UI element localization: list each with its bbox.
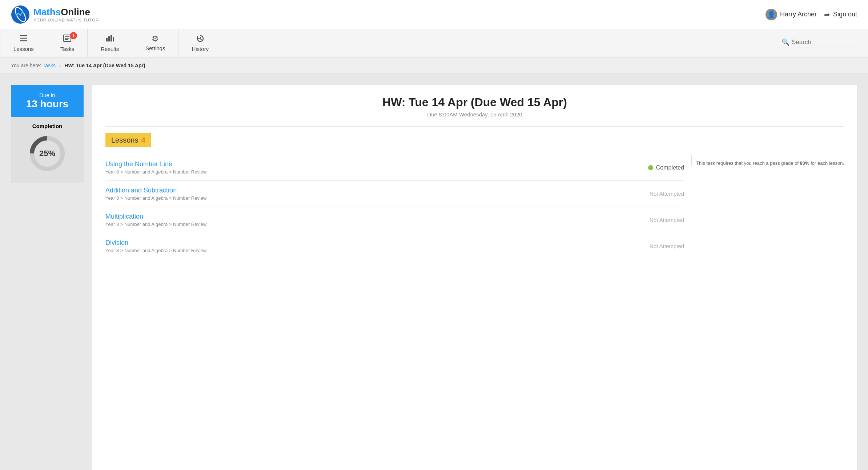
divider — [105, 126, 844, 127]
logo: MathsOnline YOUR ONLINE MATHS TUTOR — [11, 5, 99, 24]
lesson-status: Completed — [648, 164, 684, 171]
due-value: 13 hours — [17, 98, 78, 110]
lessons-label: Lessons — [111, 136, 138, 144]
tab-settings[interactable]: ⚙ Settings — [132, 29, 178, 57]
sidebar: Due in 13 hours Completion 25% — [11, 85, 84, 470]
due-box: Due in 13 hours — [11, 85, 84, 117]
lesson-row: MultiplicationYear 8 > Number and Algebr… — [105, 207, 684, 233]
logo-subtitle: YOUR ONLINE MATHS TUTOR — [33, 18, 99, 22]
tab-lessons-label: Lessons — [13, 46, 34, 52]
search-icon: 🔍 — [781, 38, 789, 46]
donut-chart: 25% — [27, 134, 67, 174]
svg-rect-10 — [108, 36, 110, 41]
lesson-path: Year 8 > Number and Algebra > Number Rev… — [105, 222, 206, 227]
nav-tabs: Lessons 1 Tasks — [0, 29, 222, 57]
completed-dot-icon — [648, 165, 653, 170]
breadcrumb-separator: › — [59, 63, 63, 68]
lesson-status: Not Attempted — [650, 217, 684, 223]
lesson-row: DivisionYear 8 > Number and Algebra > Nu… — [105, 233, 684, 259]
lesson-name[interactable]: Using the Number Line — [105, 160, 206, 168]
user-info: 👤 Harry Archer — [765, 9, 817, 20]
user-avatar-icon: 👤 — [765, 9, 777, 20]
svg-line-14 — [200, 39, 201, 40]
lesson-name[interactable]: Addition and Subtraction — [105, 187, 206, 194]
completion-box: Completion 25% — [11, 117, 84, 183]
status-label: Not Attempted — [650, 191, 684, 197]
lesson-info: Addition and SubtractionYear 8 > Number … — [105, 187, 206, 201]
nav-bar: Lessons 1 Tasks — [0, 29, 868, 57]
breadcrumb-current: HW: Tue 14 Apr (Due Wed 15 Apr) — [64, 63, 145, 68]
svg-rect-11 — [110, 35, 112, 41]
lesson-status: Not Attempted — [650, 191, 684, 197]
lesson-info: MultiplicationYear 8 > Number and Algebr… — [105, 213, 206, 227]
user-name: Harry Archer — [780, 11, 817, 18]
status-label: Not Attempted — [650, 243, 684, 249]
lesson-row: Using the Number LineYear 8 > Number and… — [105, 155, 684, 181]
lessons-with-note: Using the Number LineYear 8 > Number and… — [105, 155, 844, 259]
svg-rect-9 — [106, 38, 108, 41]
settings-icon: ⚙ — [152, 34, 159, 44]
main-content: Due in 13 hours Completion 25% HW: Tue 1… — [0, 74, 868, 470]
tab-tasks[interactable]: 1 Tasks — [47, 29, 88, 57]
breadcrumb: You are here: Tasks › HW: Tue 14 Apr (Du… — [0, 57, 868, 74]
lessons-header: Lessons 4 — [105, 133, 844, 147]
tab-tasks-label: Tasks — [60, 46, 74, 52]
search-input[interactable] — [792, 39, 857, 46]
search-area: 🔍 — [781, 38, 857, 48]
lessons-list: Using the Number LineYear 8 > Number and… — [105, 155, 684, 259]
tab-lessons[interactable]: Lessons — [0, 29, 47, 57]
lesson-path: Year 8 > Number and Algebra > Number Rev… — [105, 169, 206, 175]
status-label: Not Attempted — [650, 217, 684, 223]
svg-rect-12 — [113, 37, 114, 41]
tab-settings-label: Settings — [145, 45, 165, 51]
tab-history-label: History — [192, 46, 209, 52]
tab-results[interactable]: Results — [87, 29, 132, 57]
pass-grade-note: This task requires that you reach a pass… — [691, 155, 844, 166]
tab-results-label: Results — [101, 46, 119, 52]
task-title: HW: Tue 14 Apr (Due Wed 15 Apr) — [105, 96, 844, 109]
breadcrumb-prefix: You are here: — [11, 63, 41, 68]
tasks-badge: 1 — [70, 32, 77, 39]
completion-label: Completion — [17, 123, 78, 129]
lesson-status: Not Attempted — [650, 243, 684, 249]
lessons-label-box: Lessons 4 — [105, 133, 151, 147]
lesson-name[interactable]: Division — [105, 239, 206, 247]
breadcrumb-parent[interactable]: Tasks — [43, 63, 56, 68]
header-right: 👤 Harry Archer ➦ Sign out — [765, 9, 857, 20]
signout-label: Sign out — [833, 11, 857, 18]
app-header: MathsOnline YOUR ONLINE MATHS TUTOR 👤 Ha… — [0, 0, 868, 29]
lesson-path: Year 8 > Number and Algebra > Number Rev… — [105, 248, 206, 253]
signout-icon: ➦ — [824, 10, 830, 19]
logo-title: MathsOnline — [33, 7, 99, 18]
completion-pct: 25% — [39, 149, 55, 158]
status-label: Completed — [656, 164, 684, 171]
due-label: Due in — [17, 92, 78, 98]
logo-icon — [11, 5, 30, 24]
lesson-info: DivisionYear 8 > Number and Algebra > Nu… — [105, 239, 206, 253]
lesson-info: Using the Number LineYear 8 > Number and… — [105, 160, 206, 175]
history-icon — [196, 34, 205, 44]
lesson-path: Year 8 > Number and Algebra > Number Rev… — [105, 195, 206, 201]
lessons-icon — [19, 34, 28, 44]
lesson-row: Addition and SubtractionYear 8 > Number … — [105, 181, 684, 207]
task-panel: HW: Tue 14 Apr (Due Wed 15 Apr) Due 8:00… — [92, 85, 857, 470]
task-due: Due 8:00AM Wednesday, 15 April 2020 — [105, 111, 844, 118]
signout-button[interactable]: ➦ Sign out — [824, 10, 857, 19]
tab-history[interactable]: History — [178, 29, 222, 57]
lessons-count: 4 — [141, 136, 145, 144]
logo-text: MathsOnline YOUR ONLINE MATHS TUTOR — [33, 7, 99, 22]
results-icon — [105, 34, 114, 44]
lesson-name[interactable]: Multiplication — [105, 213, 206, 220]
